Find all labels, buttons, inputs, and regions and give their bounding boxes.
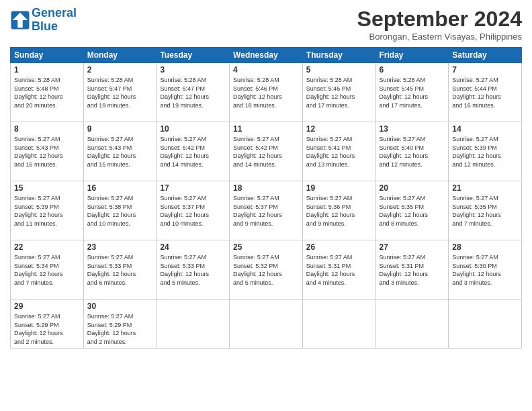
cell-line: Daylight: 12 hours (452, 270, 518, 279)
cell-line: Sunrise: 5:27 AM (452, 76, 518, 85)
table-row: 12Sunrise: 5:27 AMSunset: 5:41 PMDayligh… (302, 122, 375, 181)
cell-line: Daylight: 12 hours (452, 152, 518, 161)
cell-line: Daylight: 12 hours (306, 270, 372, 279)
cell-line: Daylight: 12 hours (380, 211, 445, 220)
table-row: 10Sunrise: 5:27 AMSunset: 5:42 PMDayligh… (157, 122, 230, 181)
table-row: 2Sunrise: 5:28 AMSunset: 5:47 PMDaylight… (83, 63, 157, 122)
day-number: 30 (87, 302, 153, 311)
table-row: 21Sunrise: 5:27 AMSunset: 5:35 PMDayligh… (449, 181, 522, 240)
table-row: 7Sunrise: 5:27 AMSunset: 5:44 PMDaylight… (449, 63, 522, 122)
cell-line: Sunrise: 5:27 AM (160, 253, 226, 262)
cell-content: Sunrise: 5:27 AMSunset: 5:30 PMDaylight:… (452, 253, 518, 287)
cell-content: Sunrise: 5:27 AMSunset: 5:41 PMDaylight:… (306, 135, 372, 169)
cell-line: Daylight: 12 hours (233, 152, 299, 161)
header-sunday: Sunday (11, 48, 84, 63)
cell-content: Sunrise: 5:27 AMSunset: 5:35 PMDaylight:… (380, 194, 445, 228)
cell-line: Daylight: 12 hours (306, 152, 372, 161)
cell-line: Sunrise: 5:27 AM (380, 135, 445, 144)
cell-line: Sunset: 5:38 PM (87, 203, 153, 212)
cell-line: Sunset: 5:33 PM (160, 262, 226, 271)
cell-line: and 15 minutes. (87, 161, 153, 169)
cell-line: Daylight: 12 hours (452, 211, 518, 220)
table-row (157, 300, 230, 349)
cell-line: Sunset: 5:45 PM (306, 85, 372, 93)
day-number: 27 (380, 242, 445, 252)
cell-line: and 2 minutes. (87, 338, 153, 347)
cell-line: Sunset: 5:35 PM (452, 203, 518, 212)
day-number: 8 (14, 124, 80, 134)
cell-line: Sunset: 5:41 PM (306, 144, 372, 152)
cell-line: and 3 minutes. (380, 279, 445, 287)
cell-line: Daylight: 12 hours (14, 270, 80, 279)
table-row: 8Sunrise: 5:27 AMSunset: 5:43 PMDaylight… (11, 122, 84, 181)
day-number: 7 (452, 65, 518, 75)
cell-line: and 11 minutes. (14, 220, 80, 228)
cell-line: Daylight: 12 hours (87, 329, 153, 338)
cell-line: Sunrise: 5:28 AM (306, 76, 372, 85)
cell-line: Daylight: 12 hours (380, 93, 445, 101)
month-title: September 2024 (357, 7, 522, 32)
table-row: 1Sunrise: 5:28 AMSunset: 5:48 PMDaylight… (11, 63, 84, 122)
cell-line: and 19 minutes. (160, 101, 226, 110)
cell-line: Sunrise: 5:28 AM (14, 76, 80, 85)
header: General Blue September 2024 Borongan, Ea… (10, 7, 522, 42)
header-friday: Friday (375, 48, 449, 63)
cell-line: Daylight: 12 hours (14, 93, 80, 101)
cell-line: Sunset: 5:31 PM (380, 262, 445, 271)
cell-line: Daylight: 12 hours (233, 211, 299, 220)
cell-line: Sunrise: 5:27 AM (452, 253, 518, 262)
cell-line: Sunset: 5:29 PM (14, 321, 80, 330)
cell-line: Sunset: 5:43 PM (14, 144, 80, 152)
cell-line: Sunrise: 5:27 AM (380, 253, 445, 262)
calendar-row-1: 1Sunrise: 5:28 AMSunset: 5:48 PMDaylight… (11, 63, 522, 122)
cell-line: Daylight: 12 hours (380, 152, 445, 161)
day-number: 4 (233, 65, 299, 75)
cell-content: Sunrise: 5:27 AMSunset: 5:42 PMDaylight:… (160, 135, 226, 169)
cell-content: Sunrise: 5:27 AMSunset: 5:33 PMDaylight:… (160, 253, 226, 287)
table-row: 6Sunrise: 5:28 AMSunset: 5:45 PMDaylight… (375, 63, 449, 122)
cell-line: Sunset: 5:43 PM (87, 144, 153, 152)
cell-line: Sunrise: 5:27 AM (380, 194, 445, 203)
day-number: 28 (452, 242, 518, 252)
cell-content: Sunrise: 5:27 AMSunset: 5:35 PMDaylight:… (452, 194, 518, 228)
cell-line: and 3 minutes. (452, 279, 518, 287)
day-number: 3 (160, 65, 226, 75)
cell-content: Sunrise: 5:27 AMSunset: 5:36 PMDaylight:… (306, 194, 372, 228)
table-row (449, 300, 522, 349)
cell-content: Sunrise: 5:27 AMSunset: 5:31 PMDaylight:… (306, 253, 372, 287)
cell-line: Sunrise: 5:27 AM (306, 135, 372, 144)
cell-content: Sunrise: 5:27 AMSunset: 5:43 PMDaylight:… (87, 135, 153, 169)
cell-line: and 10 minutes. (160, 220, 226, 228)
cell-line: Daylight: 12 hours (14, 152, 80, 161)
cell-line: Sunset: 5:37 PM (160, 203, 226, 212)
cell-content: Sunrise: 5:27 AMSunset: 5:31 PMDaylight:… (380, 253, 445, 287)
cell-content: Sunrise: 5:27 AMSunset: 5:42 PMDaylight:… (233, 135, 299, 169)
cell-line: Sunrise: 5:27 AM (160, 194, 226, 203)
cell-line: Sunset: 5:47 PM (87, 85, 153, 93)
cell-line: Sunrise: 5:27 AM (87, 135, 153, 144)
page: General Blue September 2024 Borongan, Ea… (0, 0, 532, 411)
cell-content: Sunrise: 5:27 AMSunset: 5:29 PMDaylight:… (87, 312, 153, 346)
cell-content: Sunrise: 5:27 AMSunset: 5:37 PMDaylight:… (160, 194, 226, 228)
table-row (230, 300, 303, 349)
day-number: 14 (452, 124, 518, 134)
cell-line: Sunrise: 5:27 AM (87, 312, 153, 321)
cell-line: and 6 minutes. (87, 279, 153, 287)
cell-line: and 18 minutes. (233, 101, 299, 110)
day-number: 26 (306, 242, 372, 252)
day-number: 19 (306, 183, 372, 193)
cell-line: and 12 minutes. (380, 161, 445, 169)
cell-content: Sunrise: 5:27 AMSunset: 5:34 PMDaylight:… (14, 253, 80, 287)
cell-line: Sunrise: 5:27 AM (14, 194, 80, 203)
cell-line: Sunset: 5:39 PM (452, 144, 518, 152)
day-number: 5 (306, 65, 372, 75)
cell-line: Sunset: 5:46 PM (233, 85, 299, 93)
cell-line: and 7 minutes. (14, 279, 80, 287)
cell-content: Sunrise: 5:27 AMSunset: 5:39 PMDaylight:… (452, 135, 518, 169)
cell-line: and 14 minutes. (160, 161, 226, 169)
day-number: 10 (160, 124, 226, 134)
cell-line: and 8 minutes. (380, 220, 445, 228)
cell-content: Sunrise: 5:27 AMSunset: 5:29 PMDaylight:… (14, 312, 80, 346)
cell-line: Sunrise: 5:27 AM (452, 194, 518, 203)
header-monday: Monday (83, 48, 157, 63)
